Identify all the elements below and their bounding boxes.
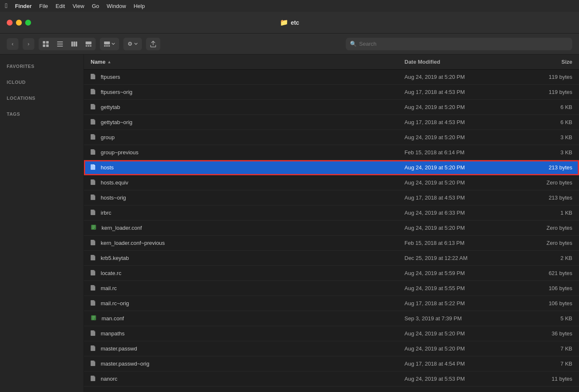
maximize-button[interactable] — [25, 20, 31, 26]
file-size: 3 KB — [522, 134, 572, 140]
table-row[interactable]: hosts.equiv Aug 24, 2019 at 5:20 PM Zero… — [84, 175, 579, 190]
icon-view-button[interactable] — [39, 38, 53, 50]
file-icon — [91, 164, 96, 171]
file-size: 6 KB — [522, 119, 572, 125]
table-row[interactable]: master.passwd Aug 24, 2019 at 5:20 PM 7 … — [84, 341, 579, 356]
table-row[interactable]: manpaths Aug 24, 2019 at 5:20 PM 36 byte… — [84, 326, 579, 341]
table-row[interactable]: locate.rc Aug 24, 2019 at 5:59 PM 621 by… — [84, 266, 579, 281]
file-icon — [91, 179, 96, 186]
file-name: gettytab — [101, 104, 404, 110]
toolbar: ‹ › — [0, 34, 579, 55]
table-row[interactable]: gettytab~orig Aug 17, 2018 at 4:53 PM 6 … — [84, 115, 579, 130]
actions-dropdown[interactable]: ⚙ — [123, 38, 142, 50]
menu-file[interactable]: File — [39, 3, 48, 9]
table-row[interactable]: nanorc Aug 24, 2019 at 5:53 PM 11 bytes — [84, 371, 579, 387]
table-row[interactable]: irbrc Aug 24, 2019 at 6:33 PM 1 KB — [84, 205, 579, 221]
file-list-header: Name ▲ Date Modified Size — [84, 55, 579, 70]
file-size: 6 KB — [522, 104, 572, 110]
column-view-button[interactable] — [67, 38, 81, 50]
svg-rect-11 — [86, 45, 87, 47]
file-size: 11 bytes — [522, 376, 572, 382]
table-row[interactable]: group~previous Feb 15, 2018 at 6:14 PM 3… — [84, 145, 579, 160]
table-row[interactable]: mail.rc Aug 24, 2019 at 5:55 PM 106 byte… — [84, 281, 579, 296]
file-name: irbrc — [101, 210, 404, 216]
sidebar-section-tags: Tags — [0, 109, 83, 118]
file-size: 36 bytes — [522, 330, 572, 337]
file-icon — [91, 254, 96, 262]
traffic-lights — [7, 20, 31, 26]
gear-icon: ⚙ — [128, 41, 133, 47]
column-header-date[interactable]: Date Modified — [404, 59, 522, 65]
file-date: Aug 24, 2019 at 5:20 PM — [404, 330, 522, 337]
sort-arrow-icon: ▲ — [107, 60, 111, 64]
file-icon — [91, 119, 96, 126]
file-name: ftpusers~orig — [101, 89, 404, 95]
table-row[interactable]: hosts Aug 24, 2019 at 5:20 PM 213 bytes — [84, 160, 579, 175]
table-row[interactable]: gettytab Aug 24, 2019 at 5:20 PM 6 KB — [84, 100, 579, 115]
file-name: hosts~orig — [101, 195, 404, 201]
file-icon — [91, 104, 96, 111]
table-row[interactable]: kern_loader.conf~previous Feb 15, 2018 a… — [84, 236, 579, 251]
file-date: Aug 24, 2019 at 5:59 PM — [404, 270, 522, 276]
table-row[interactable]: hosts~orig Aug 17, 2018 at 4:53 PM 213 b… — [84, 190, 579, 205]
file-size: 106 bytes — [522, 300, 572, 306]
minimize-button[interactable] — [16, 20, 22, 26]
file-icon — [91, 194, 96, 201]
apple-menu[interactable]:  — [5, 2, 8, 10]
file-icon — [91, 149, 96, 156]
back-button[interactable]: ‹ — [7, 38, 18, 50]
file-icon — [91, 134, 96, 141]
file-date: Aug 24, 2019 at 5:20 PM — [404, 134, 522, 140]
menu-edit[interactable]: Edit — [56, 3, 65, 9]
file-name: master.passwd — [101, 345, 404, 352]
table-row[interactable]: mail.rc~orig Aug 17, 2018 at 5:22 PM 106… — [84, 296, 579, 311]
file-name: hosts.equiv — [101, 179, 404, 186]
svg-rect-3 — [46, 44, 49, 47]
menu-window[interactable]: Window — [107, 3, 126, 9]
column-header-name[interactable]: Name ▲ — [91, 59, 404, 65]
table-row[interactable]: kern_loader.conf Aug 24, 2019 at 5:20 PM… — [84, 221, 579, 236]
close-button[interactable] — [7, 20, 13, 26]
gallery-view-button[interactable] — [81, 38, 96, 50]
menu-finder[interactable]: Finder — [15, 3, 32, 9]
svg-rect-17 — [108, 45, 110, 47]
file-name: man.conf — [102, 315, 404, 322]
search-box[interactable]: 🔍 — [346, 38, 572, 50]
view-options-dropdown[interactable] — [100, 38, 119, 50]
file-size: Zero bytes — [522, 240, 572, 246]
table-row[interactable]: ftpusers~orig Aug 17, 2018 at 4:53 PM 11… — [84, 85, 579, 100]
svg-rect-5 — [57, 44, 63, 44]
list-view-button[interactable] — [53, 38, 67, 50]
view-mode-group — [39, 38, 96, 50]
file-size: 621 bytes — [522, 270, 572, 276]
file-date: Aug 24, 2019 at 5:20 PM — [404, 345, 522, 352]
svg-rect-1 — [46, 41, 49, 44]
file-icon — [91, 330, 96, 337]
file-size: 119 bytes — [522, 74, 572, 80]
forward-button[interactable]: › — [23, 38, 34, 50]
file-name: manpaths — [101, 330, 404, 337]
file-name: master.passwd~orig — [101, 361, 404, 367]
file-size: Zero bytes — [522, 179, 572, 186]
share-button[interactable] — [146, 38, 160, 50]
file-date: Aug 24, 2019 at 5:55 PM — [404, 285, 522, 291]
menu-go[interactable]: Go — [92, 3, 99, 9]
file-icon — [91, 224, 96, 231]
file-icon — [91, 300, 96, 307]
table-row[interactable]: master.passwd~orig Aug 17, 2018 at 4:54 … — [84, 356, 579, 371]
file-name: kern_loader.conf~previous — [101, 240, 404, 246]
menu-view[interactable]: View — [73, 3, 84, 9]
table-row[interactable]: krb5.keytab Dec 25, 2019 at 12:22 AM 2 K… — [84, 251, 579, 266]
table-row[interactable]: ftpusers Aug 24, 2019 at 5:20 PM 119 byt… — [84, 70, 579, 85]
file-icon — [91, 88, 96, 96]
menu-help[interactable]: Help — [133, 3, 145, 9]
file-icon — [91, 239, 96, 247]
column-header-size[interactable]: Size — [522, 59, 572, 65]
main-content: Favorites iCloud Locations Tags Name ▲ D… — [0, 55, 579, 392]
search-input[interactable] — [359, 41, 568, 47]
table-row[interactable]: man.conf Sep 3, 2019 at 7:39 PM 5 KB — [84, 311, 579, 326]
file-icon — [91, 285, 96, 292]
table-row[interactable]: group Aug 24, 2019 at 5:20 PM 3 KB — [84, 130, 579, 145]
file-icon — [91, 73, 96, 80]
svg-rect-14 — [104, 42, 110, 44]
